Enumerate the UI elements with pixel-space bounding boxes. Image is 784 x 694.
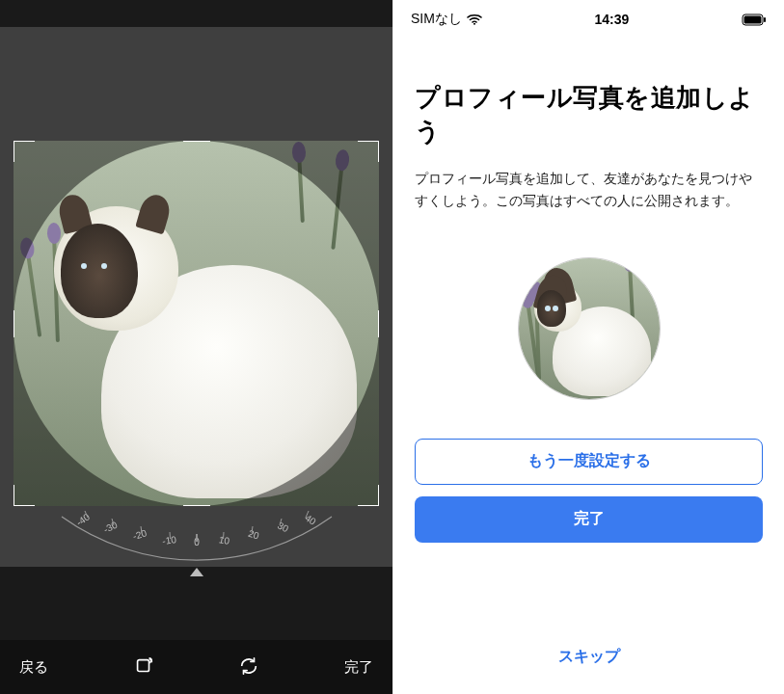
crop-handle-tl[interactable] <box>14 141 35 162</box>
crop-handle-top[interactable] <box>183 141 210 142</box>
svg-line-3 <box>170 532 171 539</box>
confirm-button[interactable]: 完了 <box>415 496 763 543</box>
profile-photo-screen: SIMなし 14:39 プロフィール写真を追加しよう プロフィール写真を追加して… <box>392 0 784 694</box>
back-button[interactable]: 戻る <box>19 658 48 677</box>
clock-label: 14:39 <box>595 12 630 27</box>
confirm-label: 完了 <box>574 509 605 529</box>
dial-tick: -40 <box>73 511 91 527</box>
dial-tick: 10 <box>218 534 230 547</box>
dial-tick: -20 <box>131 527 148 542</box>
crop-handle-tr[interactable] <box>358 141 379 162</box>
svg-point-10 <box>473 23 475 25</box>
dial-tick: 40 <box>303 512 318 527</box>
battery-icon <box>742 13 767 26</box>
crop-handle-right[interactable] <box>378 310 379 337</box>
dial-tick: 20 <box>247 528 260 542</box>
dial-indicator-icon <box>190 568 203 576</box>
dial-tick: -30 <box>101 520 119 535</box>
rotate-sync-icon <box>238 655 259 680</box>
crop-handle-br[interactable] <box>358 485 379 506</box>
dial-tick: -10 <box>161 534 176 547</box>
svg-rect-13 <box>764 17 766 22</box>
skip-label: スキップ <box>558 648 620 664</box>
rotation-dial[interactable]: -40 -30 -20 -10 0 10 20 30 40 <box>42 509 351 576</box>
done-button[interactable]: 完了 <box>344 658 373 677</box>
avatar-preview <box>518 257 661 400</box>
status-bar: SIMなし 14:39 <box>393 0 784 33</box>
aspect-rotate-button[interactable] <box>133 655 154 680</box>
svg-rect-9 <box>137 659 149 671</box>
crop-handle-bottom[interactable] <box>183 505 210 506</box>
wifi-icon <box>467 13 482 25</box>
retry-label: もう一度設定する <box>527 451 651 471</box>
editor-toolbar: 戻る 完了 <box>0 640 392 694</box>
page-title: プロフィール写真を追加しよう <box>415 81 763 148</box>
retry-button[interactable]: もう一度設定する <box>415 439 763 485</box>
done-label: 完了 <box>344 658 373 677</box>
page-subtitle: プロフィール写真を追加して、友達があなたを見つけやすくしよう。この写真はすべての… <box>415 168 763 211</box>
crop-handle-bl[interactable] <box>14 485 35 506</box>
svg-line-5 <box>223 532 224 539</box>
crop-handle-left[interactable] <box>14 310 14 337</box>
back-label: 戻る <box>19 658 48 677</box>
crop-area[interactable] <box>14 141 379 506</box>
dial-tick: 30 <box>276 520 290 534</box>
rotate-sync-button[interactable] <box>238 655 259 680</box>
svg-rect-12 <box>743 15 761 23</box>
editor-stage: -40 -30 -20 -10 0 10 20 30 40 <box>0 27 392 567</box>
crop-photo[interactable] <box>14 141 379 506</box>
carrier-label: SIMなし <box>411 11 462 28</box>
skip-button[interactable]: スキップ <box>393 647 784 667</box>
aspect-rotate-icon <box>133 655 154 680</box>
photo-crop-editor: -40 -30 -20 -10 0 10 20 30 40 <box>0 0 392 694</box>
